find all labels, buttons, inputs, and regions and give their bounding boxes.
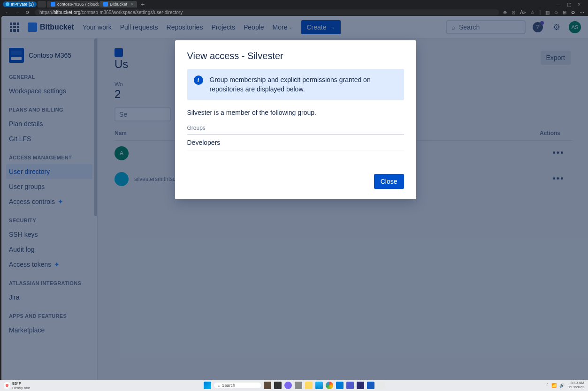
chat-icon[interactable] <box>284 382 292 389</box>
browser-tab-0[interactable]: contoso-m365 / clouddemo — × <box>47 1 99 8</box>
new-tab-button[interactable]: + <box>138 0 147 8</box>
window-controls: — ▢ × <box>556 2 585 7</box>
inprivate-badge[interactable]: InPrivate (2) <box>3 1 37 7</box>
weather-icon <box>4 382 10 389</box>
url-input[interactable]: https://bitbucket.org/contoso-m365/works… <box>35 9 499 15</box>
weather-widget[interactable]: 53°F Heavy rain <box>4 381 30 390</box>
address-bar: ← → ⟳ https://bitbucket.org/contoso-m365… <box>0 8 588 16</box>
view-access-modal: View access - Silvester i Group membersh… <box>175 40 416 199</box>
tray-chevron-icon[interactable]: ˄ <box>546 383 549 388</box>
tab-title: Bitbucket <box>110 2 127 7</box>
read-aloud-icon[interactable]: A» <box>520 10 526 15</box>
url-domain: bitbucket.org <box>53 10 80 15</box>
taskbar-right: ˄ 📶 🔊 8:40 AM 9/19/2023 <box>546 381 584 390</box>
snip-icon[interactable] <box>377 382 385 389</box>
zoom-icon[interactable]: ⊕ <box>503 10 507 15</box>
outlook-icon[interactable] <box>336 382 344 389</box>
taskbar-search[interactable]: ⌕ Search <box>214 383 261 388</box>
settings-icon[interactable] <box>295 382 302 389</box>
groups-label: Groups <box>187 125 404 135</box>
app-icon[interactable] <box>274 382 282 389</box>
close-button[interactable]: Close <box>374 174 404 189</box>
bitbucket-favicon-icon <box>103 2 108 7</box>
edge-icon[interactable] <box>315 382 323 389</box>
group-row: Developers <box>187 135 404 150</box>
taskbar-center: ⌕ Search <box>204 382 385 389</box>
favorites-bar-icon[interactable]: ✩ <box>554 10 558 15</box>
extensions-icon[interactable]: ✿ <box>571 10 575 15</box>
browser-tab-1[interactable]: Bitbucket × <box>99 1 137 8</box>
explorer-icon[interactable] <box>305 382 313 389</box>
info-icon: i <box>194 75 203 85</box>
more-icon[interactable]: ⋯ <box>580 10 584 15</box>
app-icon[interactable] <box>357 382 364 389</box>
member-text: Silvester is a member of the following g… <box>187 109 404 116</box>
collections-icon[interactable]: ⊞ <box>563 10 566 15</box>
browser-chrome: InPrivate (2) contoso-m365 / clouddemo —… <box>0 0 588 16</box>
url-path: /contoso-m365/workspace/settings/user-di… <box>80 10 183 15</box>
word-icon[interactable] <box>367 382 374 389</box>
person-icon <box>6 2 9 6</box>
teams-icon[interactable] <box>346 382 354 389</box>
back-button[interactable]: ← <box>4 10 10 15</box>
wifi-icon[interactable]: 📶 <box>551 383 557 388</box>
tab-bar: InPrivate (2) contoso-m365 / clouddemo —… <box>0 0 588 8</box>
modal-title: View access - Silvester <box>187 51 404 61</box>
close-icon[interactable]: × <box>131 2 133 7</box>
tab-spacer[interactable] <box>38 1 46 8</box>
app-viewport: Bitbucket Your work Pull requests Reposi… <box>1 16 588 380</box>
weather-desc: Heavy rain <box>12 386 30 390</box>
search-label: Search <box>222 383 236 388</box>
maximize-icon[interactable]: ▢ <box>567 2 571 7</box>
volume-icon[interactable]: 🔊 <box>559 383 565 388</box>
info-text: Group membership and explicit permission… <box>210 75 397 94</box>
bitbucket-favicon-icon <box>51 2 55 7</box>
url-protocol: https:// <box>39 10 53 15</box>
split-icon[interactable]: ▥ <box>545 10 550 15</box>
forward-button: → <box>14 10 21 15</box>
tab-title: contoso-m365 / clouddemo — <box>57 2 99 7</box>
chrome-icon[interactable] <box>326 382 333 389</box>
start-icon[interactable] <box>204 382 211 389</box>
inprivate-label: InPrivate (2) <box>11 2 34 7</box>
minimize-icon[interactable]: — <box>556 2 560 7</box>
address-bar-icons: ⊕ ⊡ A» ☆ | ▥ ✩ ⊞ ✿ ⋯ <box>503 10 584 15</box>
close-window-icon[interactable]: × <box>578 2 580 7</box>
search-icon: ⌕ <box>218 383 220 388</box>
favorite-icon[interactable]: ☆ <box>530 10 535 15</box>
clock[interactable]: 8:40 AM 9/19/2023 <box>567 381 584 390</box>
refresh-button[interactable]: ⟳ <box>24 10 31 15</box>
shopping-icon[interactable]: ⊡ <box>512 10 515 15</box>
temperature: 53°F <box>12 381 30 386</box>
task-view-icon[interactable] <box>264 382 271 389</box>
date: 9/19/2023 <box>567 385 584 390</box>
info-panel: i Group membership and explicit permissi… <box>187 69 404 100</box>
windows-taskbar: 53°F Heavy rain ⌕ Search ˄ 📶 🔊 8:40 AM 9… <box>0 380 588 391</box>
divider: | <box>539 10 541 15</box>
